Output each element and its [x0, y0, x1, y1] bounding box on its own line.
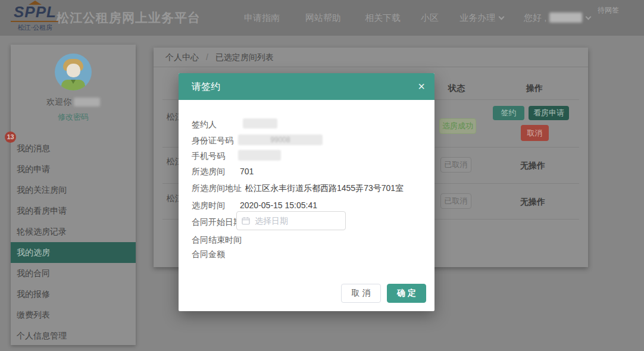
field-label-signer: 签约人 — [192, 120, 217, 130]
confirm-button[interactable]: 确 定 — [387, 284, 426, 303]
cancel-button[interactable]: 取 消 — [341, 284, 381, 303]
field-label-phone: 手机号码 — [192, 151, 225, 162]
contract-start-date-input[interactable] — [236, 211, 346, 230]
redacted-phone-value — [238, 150, 281, 161]
field-value-room-address: 松江区永丰街道乐都西路1455弄73号701室 — [245, 183, 404, 194]
field-value-room: 701 — [240, 167, 254, 176]
field-value-selection-time: 2020-05-15 15:05:41 — [240, 200, 317, 210]
modal-title: 请签约 — [192, 73, 220, 100]
field-label-contract-end: 合同结束时间 — [192, 235, 242, 246]
field-label-contract-amount: 合同金额 — [192, 249, 225, 260]
close-icon[interactable]: × — [418, 73, 425, 100]
redacted-signer-value — [243, 118, 277, 129]
field-label-selection-time: 选房时间 — [192, 200, 225, 211]
field-label-room-address: 所选房间地址 — [192, 183, 242, 194]
field-label-contract-start: 合同开始日期 — [192, 217, 242, 228]
redacted-id-value: 99008 — [238, 134, 323, 145]
field-label-room: 所选房间 — [192, 167, 225, 177]
field-label-id-number: 身份证号码 — [192, 136, 233, 146]
sign-contract-modal: 请签约 × 签约人 身份证号码 99008 手机号码 所选房间 701 所选房间… — [179, 73, 434, 311]
modal-header: 请签约 × — [179, 73, 434, 100]
